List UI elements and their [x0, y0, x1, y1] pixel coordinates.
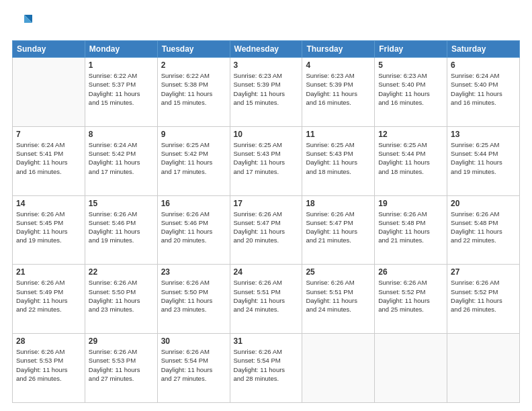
day-info: Sunrise: 6:26 AMSunset: 5:52 PMDaylight:…: [378, 278, 443, 314]
day-info: Sunrise: 6:26 AMSunset: 5:54 PMDaylight:…: [234, 347, 299, 383]
weekday-header-sunday: Sunday: [13, 41, 85, 58]
day-number: 3: [234, 60, 299, 70]
weekday-header-row: SundayMondayTuesdayWednesdayThursdayFrid…: [13, 41, 520, 58]
day-info: Sunrise: 6:25 AMSunset: 5:43 PMDaylight:…: [306, 140, 371, 176]
calendar-cell: 29Sunrise: 6:26 AMSunset: 5:53 PMDayligh…: [85, 334, 157, 403]
day-number: 13: [451, 130, 516, 139]
day-info: Sunrise: 6:23 AMSunset: 5:39 PMDaylight:…: [306, 71, 371, 107]
day-number: 4: [306, 60, 371, 70]
day-number: 8: [89, 130, 154, 139]
week-row-3: 14Sunrise: 6:26 AMSunset: 5:45 PMDayligh…: [13, 195, 520, 265]
calendar-cell: [302, 334, 375, 403]
day-number: 30: [161, 336, 226, 346]
calendar-cell: 12Sunrise: 6:25 AMSunset: 5:44 PMDayligh…: [375, 126, 447, 195]
week-row-1: 1Sunrise: 6:22 AMSunset: 5:37 PMDaylight…: [13, 58, 520, 127]
day-number: 16: [161, 199, 226, 208]
day-info: Sunrise: 6:26 AMSunset: 5:51 PMDaylight:…: [306, 278, 371, 314]
calendar-cell: 23Sunrise: 6:26 AMSunset: 5:50 PMDayligh…: [157, 265, 230, 334]
weekday-header-friday: Friday: [375, 41, 447, 58]
calendar-cell: 2Sunrise: 6:22 AMSunset: 5:38 PMDaylight…: [157, 58, 230, 127]
day-number: 31: [234, 336, 299, 346]
day-info: Sunrise: 6:26 AMSunset: 5:51 PMDaylight:…: [234, 278, 299, 314]
calendar-cell: 20Sunrise: 6:26 AMSunset: 5:48 PMDayligh…: [447, 195, 520, 265]
day-number: 25: [306, 267, 371, 277]
day-info: Sunrise: 6:22 AMSunset: 5:37 PMDaylight:…: [89, 71, 154, 107]
day-info: Sunrise: 6:25 AMSunset: 5:43 PMDaylight:…: [234, 140, 299, 176]
weekday-header-tuesday: Tuesday: [157, 41, 230, 58]
weekday-header-saturday: Saturday: [447, 41, 520, 58]
day-info: Sunrise: 6:26 AMSunset: 5:47 PMDaylight:…: [234, 210, 299, 245]
calendar-cell: 27Sunrise: 6:26 AMSunset: 5:52 PMDayligh…: [447, 265, 520, 334]
day-info: Sunrise: 6:24 AMSunset: 5:41 PMDaylight:…: [16, 140, 81, 176]
week-row-2: 7Sunrise: 6:24 AMSunset: 5:41 PMDaylight…: [13, 126, 520, 195]
day-number: 15: [89, 199, 154, 208]
day-number: 11: [306, 130, 371, 139]
day-info: Sunrise: 6:26 AMSunset: 5:49 PMDaylight:…: [16, 278, 81, 314]
day-info: Sunrise: 6:26 AMSunset: 5:48 PMDaylight:…: [451, 210, 516, 245]
calendar-cell: 13Sunrise: 6:25 AMSunset: 5:44 PMDayligh…: [447, 126, 520, 195]
day-number: 5: [378, 60, 443, 70]
calendar-cell: [13, 58, 85, 127]
day-number: 29: [89, 336, 154, 346]
day-number: 7: [16, 130, 81, 139]
day-number: 9: [161, 130, 226, 139]
day-info: Sunrise: 6:24 AMSunset: 5:40 PMDaylight:…: [451, 71, 516, 107]
day-number: 22: [89, 267, 154, 277]
day-info: Sunrise: 6:26 AMSunset: 5:50 PMDaylight:…: [89, 278, 154, 314]
calendar-cell: [447, 334, 520, 403]
calendar-cell: 6Sunrise: 6:24 AMSunset: 5:40 PMDaylight…: [447, 58, 520, 127]
calendar-cell: 22Sunrise: 6:26 AMSunset: 5:50 PMDayligh…: [85, 265, 157, 334]
day-number: 10: [234, 130, 299, 139]
calendar-cell: 5Sunrise: 6:23 AMSunset: 5:40 PMDaylight…: [375, 58, 447, 127]
calendar-cell: [375, 334, 447, 403]
day-info: Sunrise: 6:24 AMSunset: 5:42 PMDaylight:…: [89, 140, 154, 176]
day-info: Sunrise: 6:26 AMSunset: 5:46 PMDaylight:…: [89, 210, 154, 245]
day-info: Sunrise: 6:23 AMSunset: 5:40 PMDaylight:…: [378, 71, 443, 107]
calendar-cell: 14Sunrise: 6:26 AMSunset: 5:45 PMDayligh…: [13, 195, 85, 265]
calendar-cell: 16Sunrise: 6:26 AMSunset: 5:46 PMDayligh…: [157, 195, 230, 265]
day-number: 2: [161, 60, 226, 70]
calendar-cell: 17Sunrise: 6:26 AMSunset: 5:47 PMDayligh…: [230, 195, 302, 265]
calendar-cell: 18Sunrise: 6:26 AMSunset: 5:47 PMDayligh…: [302, 195, 375, 265]
calendar-cell: 19Sunrise: 6:26 AMSunset: 5:48 PMDayligh…: [375, 195, 447, 265]
day-number: 23: [161, 267, 226, 277]
day-number: 28: [16, 336, 81, 346]
day-number: 12: [378, 130, 443, 139]
calendar-cell: 31Sunrise: 6:26 AMSunset: 5:54 PMDayligh…: [230, 334, 302, 403]
day-info: Sunrise: 6:26 AMSunset: 5:45 PMDaylight:…: [16, 210, 81, 245]
calendar-cell: 9Sunrise: 6:25 AMSunset: 5:42 PMDaylight…: [157, 126, 230, 195]
day-number: 26: [378, 267, 443, 277]
weekday-header-wednesday: Wednesday: [230, 41, 302, 58]
day-info: Sunrise: 6:26 AMSunset: 5:52 PMDaylight:…: [451, 278, 516, 314]
calendar-cell: 3Sunrise: 6:23 AMSunset: 5:39 PMDaylight…: [230, 58, 302, 127]
day-info: Sunrise: 6:23 AMSunset: 5:39 PMDaylight:…: [234, 71, 299, 107]
page: SundayMondayTuesdayWednesdayThursdayFrid…: [0, 0, 532, 411]
day-info: Sunrise: 6:26 AMSunset: 5:48 PMDaylight:…: [378, 210, 443, 245]
day-info: Sunrise: 6:26 AMSunset: 5:53 PMDaylight:…: [16, 347, 81, 383]
day-number: 6: [451, 60, 516, 70]
calendar-cell: 26Sunrise: 6:26 AMSunset: 5:52 PMDayligh…: [375, 265, 447, 334]
day-number: 18: [306, 199, 371, 208]
day-info: Sunrise: 6:26 AMSunset: 5:54 PMDaylight:…: [161, 347, 226, 383]
day-info: Sunrise: 6:26 AMSunset: 5:50 PMDaylight:…: [161, 278, 226, 314]
calendar-cell: 4Sunrise: 6:23 AMSunset: 5:39 PMDaylight…: [302, 58, 375, 127]
calendar-cell: 1Sunrise: 6:22 AMSunset: 5:37 PMDaylight…: [85, 58, 157, 127]
day-number: 27: [451, 267, 516, 277]
day-number: 24: [234, 267, 299, 277]
day-info: Sunrise: 6:25 AMSunset: 5:42 PMDaylight:…: [161, 140, 226, 176]
calendar-cell: 30Sunrise: 6:26 AMSunset: 5:54 PMDayligh…: [157, 334, 230, 403]
calendar-cell: 24Sunrise: 6:26 AMSunset: 5:51 PMDayligh…: [230, 265, 302, 334]
calendar: SundayMondayTuesdayWednesdayThursdayFrid…: [12, 40, 520, 403]
day-info: Sunrise: 6:25 AMSunset: 5:44 PMDaylight:…: [451, 140, 516, 176]
calendar-cell: 7Sunrise: 6:24 AMSunset: 5:41 PMDaylight…: [13, 126, 85, 195]
day-info: Sunrise: 6:26 AMSunset: 5:46 PMDaylight:…: [161, 210, 226, 245]
logo-icon: [12, 12, 34, 34]
day-info: Sunrise: 6:22 AMSunset: 5:38 PMDaylight:…: [161, 71, 226, 107]
calendar-cell: 11Sunrise: 6:25 AMSunset: 5:43 PMDayligh…: [302, 126, 375, 195]
day-number: 21: [16, 267, 81, 277]
calendar-cell: 28Sunrise: 6:26 AMSunset: 5:53 PMDayligh…: [13, 334, 85, 403]
weekday-header-thursday: Thursday: [302, 41, 375, 58]
header: [12, 12, 520, 34]
day-info: Sunrise: 6:26 AMSunset: 5:53 PMDaylight:…: [89, 347, 154, 383]
day-info: Sunrise: 6:25 AMSunset: 5:44 PMDaylight:…: [378, 140, 443, 176]
